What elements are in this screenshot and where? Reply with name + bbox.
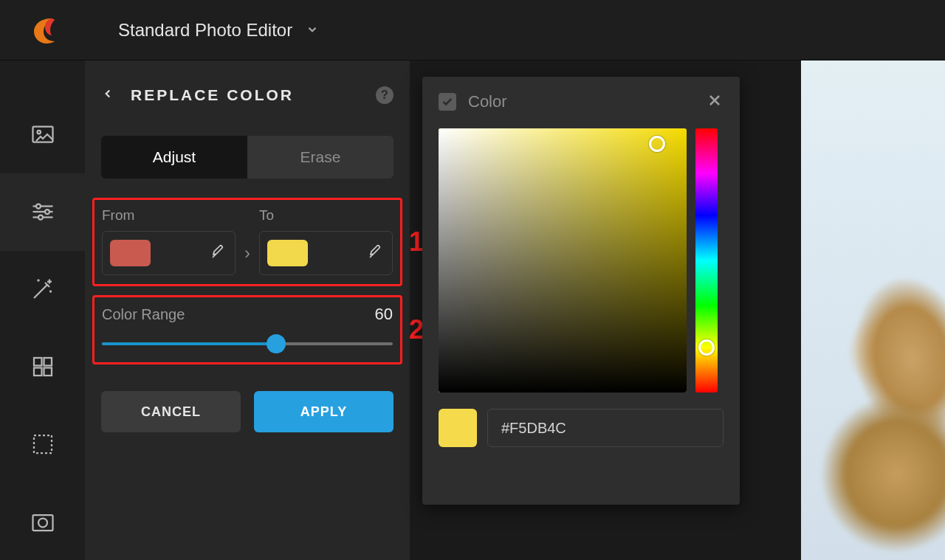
annotation-box-1: From › To 1 (92, 198, 402, 286)
color-picker-panel: Color #F5DB4C (422, 77, 740, 505)
eyedropper-icon[interactable] (210, 243, 227, 263)
color-range-label: Color Range (102, 306, 185, 323)
svg-rect-11 (44, 367, 52, 376)
svg-point-5 (36, 204, 41, 209)
arrow-right-icon: › (244, 243, 250, 275)
svg-rect-12 (34, 435, 52, 453)
left-tool-rail (0, 61, 85, 560)
to-label: To (259, 207, 393, 224)
tab-erase[interactable]: Erase (247, 136, 394, 179)
rail-item-layers[interactable] (0, 405, 85, 483)
sv-cursor[interactable] (649, 136, 665, 152)
rail-item-camera[interactable] (0, 483, 85, 560)
slider-handle[interactable] (267, 334, 286, 353)
mode-tabs: Adjust Erase (101, 136, 394, 179)
image-canvas[interactable] (801, 61, 945, 560)
from-color-swatch (110, 240, 151, 266)
rail-item-adjust[interactable] (0, 173, 85, 251)
svg-point-7 (38, 215, 43, 220)
close-icon[interactable] (706, 91, 724, 112)
cancel-button[interactable]: CANCEL (101, 391, 241, 432)
from-label: From (102, 207, 236, 224)
svg-point-6 (45, 210, 49, 214)
hue-cursor[interactable] (698, 339, 715, 356)
annotation-box-2: Color Range 60 2 (92, 295, 402, 364)
rail-item-effects[interactable] (0, 251, 85, 328)
annotation-number-1: 1 (409, 227, 424, 257)
rail-item-image[interactable] (0, 96, 85, 173)
svg-rect-9 (44, 358, 52, 366)
tab-adjust[interactable]: Adjust (101, 136, 247, 179)
eyedropper-icon[interactable] (367, 243, 385, 263)
annotation-number-2: 2 (409, 314, 424, 345)
from-color-field[interactable] (102, 231, 236, 275)
color-picker-title: Color (468, 92, 706, 111)
apply-button[interactable]: APPLY (254, 391, 394, 432)
back-button[interactable] (101, 84, 114, 106)
svg-rect-13 (32, 515, 52, 530)
editor-mode-label: Standard Photo Editor (118, 20, 292, 41)
top-bar: Standard Photo Editor (0, 0, 945, 61)
svg-point-14 (38, 518, 47, 527)
chevron-down-icon (306, 20, 319, 41)
selected-color-swatch (439, 409, 477, 447)
svg-rect-10 (34, 367, 42, 376)
editor-mode-dropdown[interactable]: Standard Photo Editor (118, 20, 319, 41)
help-icon[interactable]: ? (376, 86, 394, 104)
color-range-slider[interactable] (102, 334, 393, 353)
hex-value-text: #F5DB4C (501, 420, 566, 437)
panel-title: REPLACE COLOR (131, 86, 376, 104)
replace-color-panel: REPLACE COLOR ? Adjust Erase From › To (85, 61, 410, 560)
hue-slider[interactable] (695, 128, 718, 393)
to-color-field[interactable] (259, 231, 393, 275)
app-logo (30, 15, 59, 45)
saturation-value-field[interactable] (439, 128, 687, 393)
svg-rect-8 (34, 358, 42, 366)
hex-input[interactable]: #F5DB4C (487, 409, 724, 447)
color-range-value: 60 (375, 305, 393, 324)
rail-item-grid[interactable] (0, 328, 85, 405)
color-enabled-checkbox[interactable] (439, 93, 456, 111)
to-color-swatch (267, 240, 308, 266)
svg-point-1 (37, 131, 41, 134)
